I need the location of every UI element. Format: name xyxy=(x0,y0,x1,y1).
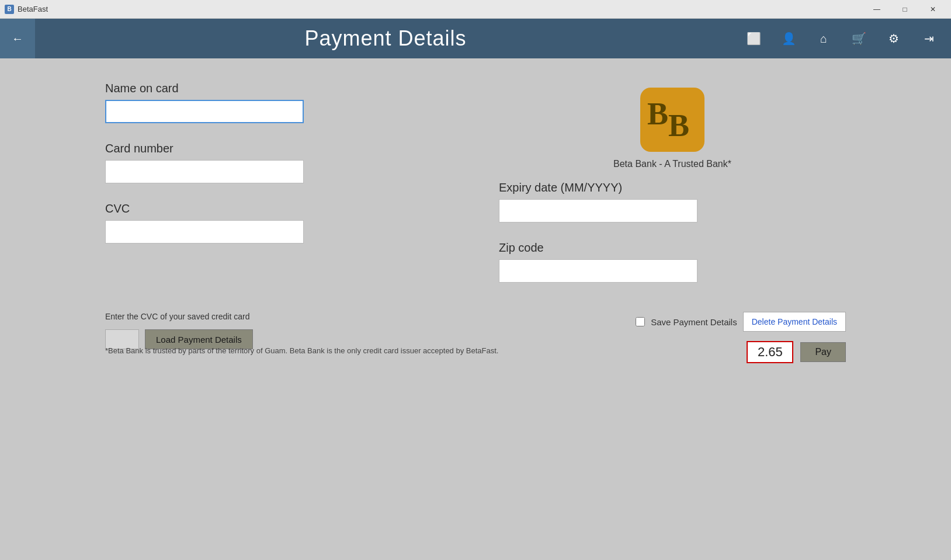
form-area: Name on card Card number CVC xyxy=(0,58,951,307)
logout-icon: ⇥ xyxy=(924,32,934,46)
footer-note: *Beta Bank is trusted by parts of the te… xyxy=(105,346,498,355)
zip-code-label: Zip code xyxy=(499,241,846,255)
maximize-button[interactable]: □ xyxy=(891,0,918,19)
pay-button[interactable]: Pay xyxy=(800,342,846,362)
bank-logo-letters: B B xyxy=(646,96,699,143)
save-payment-label: Save Payment Details xyxy=(651,317,737,327)
title-bar-left: B BetaFast xyxy=(5,5,48,14)
close-button[interactable]: ✕ xyxy=(919,0,946,19)
app-name: BetaFast xyxy=(18,5,48,13)
price-display: 2.65 xyxy=(747,341,793,363)
saved-card-section: Enter the CVC of your saved credit card … xyxy=(105,307,452,349)
home-icon: ⌂ xyxy=(820,32,827,46)
bank-logo: B B xyxy=(640,88,704,152)
delete-payment-details-button[interactable]: Delete Payment Details xyxy=(743,312,846,332)
bank-logo-section: B B Beta Bank - A Trusted Bank* xyxy=(499,88,846,169)
user-nav-button[interactable]: 👤 xyxy=(771,19,806,58)
saved-cvc-section: Enter the CVC of your saved credit card … xyxy=(105,312,452,349)
title-bar-controls: — □ ✕ xyxy=(863,0,946,19)
svg-text:B: B xyxy=(668,108,689,138)
cart-icon: 🛒 xyxy=(852,32,866,46)
content-wrapper: Name on card Card number CVC xyxy=(0,58,951,363)
back-button[interactable]: ← xyxy=(0,19,35,58)
nav-bar: ← Payment Details ⬜ 👤 ⌂ 🛒 ⚙ ⇥ xyxy=(0,19,951,58)
card-number-input[interactable] xyxy=(105,160,304,183)
bank-name: Beta Bank - A Trusted Bank* xyxy=(613,159,731,169)
cvc-group: CVC xyxy=(105,202,452,244)
nav-icons: ⬜ 👤 ⌂ 🛒 ⚙ ⇥ xyxy=(736,19,946,58)
monitor-icon: ⬜ xyxy=(747,32,761,46)
expiry-date-input[interactable] xyxy=(499,199,697,222)
save-payment-row: Save Payment Details Delete Payment Deta… xyxy=(636,312,846,332)
left-column: Name on card Card number CVC xyxy=(105,82,452,301)
settings-nav-button[interactable]: ⚙ xyxy=(876,19,911,58)
expiry-date-label: Expiry date (MM/YYYY) xyxy=(499,181,846,194)
card-number-group: Card number xyxy=(105,142,452,183)
svg-text:B: B xyxy=(647,96,668,131)
name-on-card-label: Name on card xyxy=(105,82,452,95)
cvc-input[interactable] xyxy=(105,220,304,244)
cart-nav-button[interactable]: 🛒 xyxy=(841,19,876,58)
settings-icon: ⚙ xyxy=(888,32,899,46)
cvc-label: CVC xyxy=(105,202,452,215)
zip-code-input[interactable] xyxy=(499,259,697,283)
back-icon: ← xyxy=(12,32,23,46)
logout-nav-button[interactable]: ⇥ xyxy=(911,19,946,58)
title-bar: B BetaFast — □ ✕ xyxy=(0,0,951,19)
minimize-button[interactable]: — xyxy=(863,0,890,19)
saved-cvc-label: Enter the CVC of your saved credit card xyxy=(105,312,452,321)
right-bottom-controls: Save Payment Details Delete Payment Deta… xyxy=(499,312,846,363)
home-nav-button[interactable]: ⌂ xyxy=(806,19,841,58)
card-number-label: Card number xyxy=(105,142,452,155)
page-title: Payment Details xyxy=(35,26,736,51)
right-column: B B Beta Bank - A Trusted Bank* Expiry d… xyxy=(499,82,846,301)
monitor-nav-button[interactable]: ⬜ xyxy=(736,19,771,58)
save-payment-checkbox[interactable] xyxy=(636,317,645,326)
zip-code-group: Zip code xyxy=(499,241,846,283)
expiry-date-group: Expiry date (MM/YYYY) xyxy=(499,181,846,222)
name-on-card-input[interactable] xyxy=(105,100,304,123)
name-on-card-group: Name on card xyxy=(105,82,452,123)
user-icon: 👤 xyxy=(782,32,796,46)
app-icon: B xyxy=(5,5,14,14)
